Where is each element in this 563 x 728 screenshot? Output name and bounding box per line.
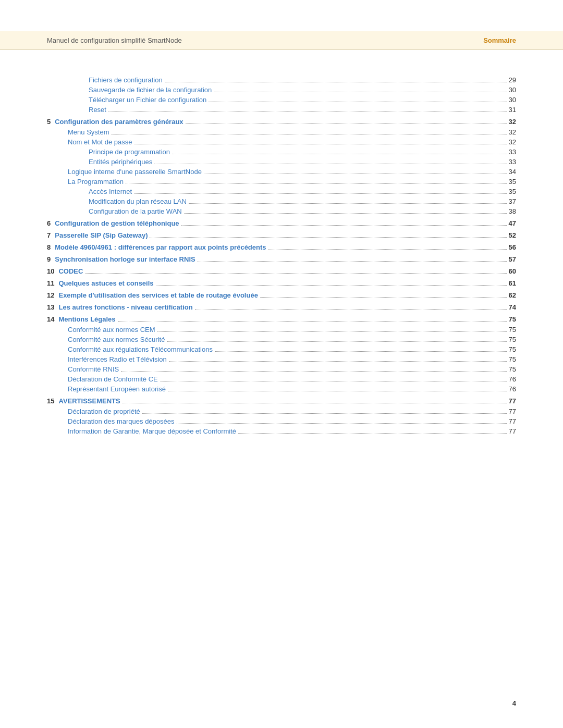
entry-title[interactable]: Accès Internet bbox=[89, 188, 132, 195]
toc-section-entry: 6 Configuration de gestion téléphonique … bbox=[47, 219, 516, 227]
page-number-ref: 77 bbox=[509, 417, 516, 425]
page-number-ref: 57 bbox=[509, 255, 516, 263]
entry-title[interactable]: Entités périphériques bbox=[89, 158, 152, 166]
section-number: 10 bbox=[47, 267, 54, 275]
dots-leader bbox=[108, 112, 507, 112]
page-number-ref: 56 bbox=[509, 243, 516, 251]
section-number: 14 bbox=[47, 315, 54, 323]
dots-leader bbox=[195, 309, 507, 310]
entry-title[interactable]: Configuration de la partie WAN bbox=[89, 207, 182, 215]
page-number-ref: 32 bbox=[509, 128, 516, 136]
toc-sub2-entry: Configuration de la partie WAN 38 bbox=[47, 207, 516, 215]
entry-title[interactable]: Déclaration de propriété bbox=[68, 408, 140, 415]
page-number-ref: 76 bbox=[509, 385, 516, 393]
entry-title[interactable]: Fichiers de configuration bbox=[89, 76, 163, 84]
dots-leader bbox=[126, 183, 507, 184]
page-number-ref: 32 bbox=[509, 138, 516, 146]
entry-title[interactable]: Sauvegarde de fichier de la configuratio… bbox=[89, 86, 212, 94]
header-sommaire: Sommaire bbox=[483, 36, 516, 44]
entry-title[interactable]: Représentant Européen autorisé bbox=[68, 385, 166, 393]
entry-title[interactable]: Logique interne d'une passerelle SmartNo… bbox=[68, 168, 202, 176]
toc-section-entry: 13 Les autres fonctions - niveau certifi… bbox=[47, 303, 516, 311]
section-title[interactable]: Passerelle SIP (Sip Gateway) bbox=[55, 231, 148, 239]
section-title[interactable]: Mentions Légales bbox=[58, 315, 115, 323]
page-number-ref: 38 bbox=[509, 207, 516, 215]
page-number-ref: 33 bbox=[509, 148, 516, 156]
toc-sub1-entry: Logique interne d'une passerelle SmartNo… bbox=[47, 168, 516, 176]
dots-leader bbox=[268, 249, 507, 250]
section-title[interactable]: Synchronisation horloge sur interface RN… bbox=[55, 255, 195, 263]
page-number-ref: 62 bbox=[509, 291, 516, 299]
entry-title[interactable]: Information de Garantie, Marque déposée … bbox=[68, 427, 236, 435]
dots-leader bbox=[172, 154, 506, 154]
toc-sub1-entry: Conformité aux régulations Télécommunica… bbox=[47, 346, 516, 353]
section-number: 9 bbox=[47, 255, 51, 263]
toc-section-entry: 14 Mentions Légales 75 bbox=[47, 315, 516, 323]
entry-title[interactable]: Déclaration de Conformité CE bbox=[68, 375, 158, 383]
dots-leader bbox=[169, 361, 507, 362]
toc-sub2-entry: Principe de programmation 33 bbox=[47, 148, 516, 156]
dots-leader bbox=[121, 371, 506, 372]
toc-sub2-entry: Télécharger un Fichier de configuration … bbox=[47, 96, 516, 104]
section-number: 15 bbox=[47, 397, 54, 405]
page-number-ref: 29 bbox=[509, 76, 516, 84]
entry-title[interactable]: Conformité aux normes Sécurité bbox=[68, 336, 165, 343]
section-number: 11 bbox=[47, 279, 54, 287]
entry-title[interactable]: Télécharger un Fichier de configuration bbox=[89, 96, 206, 104]
toc-sub2-entry: Fichiers de configuration 29 bbox=[47, 76, 516, 84]
page-number-ref: 74 bbox=[509, 303, 516, 311]
page-number: 4 bbox=[512, 699, 516, 707]
page-number-ref: 75 bbox=[509, 365, 516, 373]
entry-title[interactable]: Modification du plan réseau LAN bbox=[89, 198, 187, 205]
entry-title[interactable]: Reset bbox=[89, 106, 106, 114]
page-number-ref: 75 bbox=[509, 326, 516, 334]
page-number-ref: 75 bbox=[509, 315, 516, 323]
dots-leader bbox=[111, 134, 506, 134]
page-number-ref: 77 bbox=[509, 397, 516, 405]
dots-leader bbox=[134, 144, 507, 144]
dots-leader bbox=[118, 321, 507, 322]
entry-title[interactable]: Conformité RNIS bbox=[68, 365, 119, 373]
page-number-ref: 77 bbox=[509, 427, 516, 435]
section-title[interactable]: CODEC bbox=[58, 267, 83, 275]
table-of-contents: Fichiers de configuration 29 Sauvegarde … bbox=[47, 76, 516, 435]
section-title[interactable]: Configuration de gestion téléphonique bbox=[55, 219, 179, 227]
dots-leader bbox=[165, 82, 507, 82]
page-number-ref: 52 bbox=[509, 231, 516, 239]
entry-title[interactable]: Menu System bbox=[68, 128, 109, 136]
entry-title[interactable]: Nom et Mot de passe bbox=[68, 138, 132, 146]
entry-title[interactable]: Déclaration des marques déposées bbox=[68, 417, 175, 425]
dots-leader bbox=[184, 213, 507, 214]
page-number-ref: 76 bbox=[509, 375, 516, 383]
section-title[interactable]: Configuration des paramètres généraux bbox=[55, 118, 183, 126]
entry-title[interactable]: Conformité aux régulations Télécommunica… bbox=[68, 346, 213, 353]
entry-title[interactable]: Principe de programmation bbox=[89, 148, 170, 156]
toc-sub1-entry: Interférences Radio et Télévision 75 bbox=[47, 355, 516, 363]
toc-sub1-entry: Information de Garantie, Marque déposée … bbox=[47, 427, 516, 435]
dots-leader bbox=[209, 102, 506, 102]
entry-title[interactable]: La Programmation bbox=[68, 178, 124, 186]
entry-title[interactable]: Conformité aux normes CEM bbox=[68, 326, 155, 334]
dots-leader bbox=[215, 351, 507, 352]
entry-title[interactable]: Interférences Radio et Télévision bbox=[68, 355, 167, 363]
section-title[interactable]: Modèle 4960/4961 : différences par rappo… bbox=[55, 243, 266, 251]
toc-section-entry: 10 CODEC 60 bbox=[47, 267, 516, 275]
toc-sub1-entry: Menu System 32 bbox=[47, 128, 516, 136]
section-title[interactable]: Les autres fonctions - niveau certificat… bbox=[58, 303, 192, 311]
header-title: Manuel de configuration simplifié SmartN… bbox=[47, 36, 182, 44]
toc-section-entry: 15 AVERTISSEMENTS 77 bbox=[47, 397, 516, 405]
toc-sub1-entry: Conformité aux normes Sécurité 75 bbox=[47, 336, 516, 343]
toc-sub2-entry: Entités périphériques 33 bbox=[47, 158, 516, 166]
section-number: 6 bbox=[47, 219, 51, 227]
page-number-ref: 75 bbox=[509, 346, 516, 353]
toc-section-entry: 9 Synchronisation horloge sur interface … bbox=[47, 255, 516, 263]
page-number-ref: 47 bbox=[509, 219, 516, 227]
toc-sub1-entry: Conformité aux normes CEM 75 bbox=[47, 326, 516, 334]
toc-sub1-entry: Représentant Européen autorisé 76 bbox=[47, 385, 516, 393]
toc-sub1-entry: Déclaration de Conformité CE 76 bbox=[47, 375, 516, 383]
toc-sub2-entry: Modification du plan réseau LAN 37 bbox=[47, 198, 516, 205]
section-title[interactable]: AVERTISSEMENTS bbox=[58, 397, 120, 405]
section-title[interactable]: Quelques astuces et conseils bbox=[58, 279, 153, 287]
page-number-ref: 31 bbox=[509, 106, 516, 114]
section-title[interactable]: Exemple d'utilisation des services et ta… bbox=[58, 291, 258, 299]
